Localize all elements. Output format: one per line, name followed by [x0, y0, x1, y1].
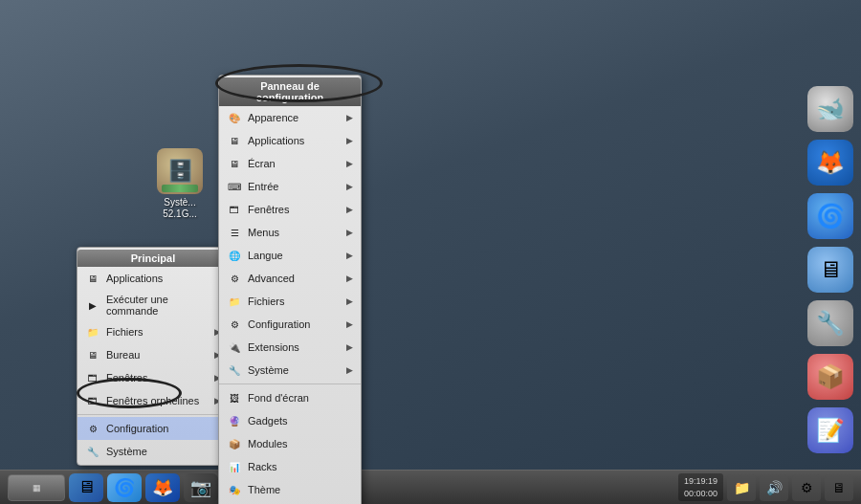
panneau-item-fichiers[interactable]: 📁 Fichiers ▶	[219, 290, 361, 313]
fenetres-orphelines-icon: 🗔	[85, 393, 100, 408]
ecran-label: Écran	[248, 158, 276, 169]
menu-item-fenetres-orphelines-label: Fenêtres orphelines	[106, 395, 199, 406]
menu-item-systeme[interactable]: 🔧 Système	[77, 440, 229, 463]
menu-separator-1	[77, 414, 229, 415]
langue-arrow: ▶	[346, 251, 353, 260]
menu-item-fenetres-orphelines[interactable]: 🗔 Fenêtres orphelines ▶	[77, 389, 229, 412]
panneau-item-applications[interactable]: 🖥 Applications ▶	[219, 129, 361, 152]
firefox-icon[interactable]: 🦊	[807, 140, 853, 186]
modules-label: Modules	[248, 438, 288, 449]
desktop-icon-label: Systè... 52.1G...	[163, 197, 197, 220]
menu-item-fichiers-label: Fichiers	[106, 326, 144, 338]
entree-arrow: ▶	[346, 182, 353, 191]
panneau-item-theme[interactable]: 🎭 Thème	[219, 478, 361, 501]
panneau-item-modules[interactable]: 📦 Modules	[219, 432, 361, 455]
taskbar-app-3[interactable]: 🦊	[145, 473, 180, 502]
package-icon[interactable]: 📦	[807, 354, 853, 400]
menu-panneau-header: Panneau de configuration	[219, 77, 361, 106]
entree-label: Entrée	[248, 181, 278, 192]
taskbar-extra-3[interactable]: ⚙	[792, 474, 821, 501]
ecran-arrow: ▶	[346, 159, 353, 168]
theme-icon: 🎭	[227, 482, 242, 497]
panneau-fichiers-arrow: ▶	[346, 296, 353, 306]
taskbar-app-1[interactable]: 🖥	[69, 473, 103, 502]
systeme-icon: 🔧	[85, 444, 100, 459]
langue-label: Langue	[248, 250, 283, 261]
configuration-icon: ⚙	[85, 421, 100, 436]
panneau-item-fenetres[interactable]: 🗔 Fenêtres ▶	[219, 198, 361, 221]
right-sidebar: 🐋 🦊 🌀 🖥 🔧 📦 📝	[807, 86, 853, 453]
panneau-item-langue[interactable]: 🌐 Langue ▶	[219, 244, 361, 267]
tool-icon[interactable]: 🔧	[807, 300, 853, 346]
menu-panneau: Panneau de configuration 🎨 Apparence ▶ 🖥…	[218, 75, 362, 504]
panneau-applications-arrow: ▶	[346, 136, 353, 145]
applications-icon: 🖥	[85, 271, 100, 286]
taskbar-app-2[interactable]: 🌀	[107, 473, 142, 502]
panneau-systeme-icon: 🔧	[227, 362, 242, 378]
taskbar-extra-4[interactable]: 🖥	[825, 474, 853, 501]
fenetres-icon: 🗔	[85, 370, 100, 385]
fond-ecran-icon: 🖼	[227, 390, 242, 405]
menu-principal: Principal 🖥 Applications ▶ Exécuter une …	[77, 247, 230, 466]
racks-label: Racks	[248, 461, 277, 472]
theme-label: Thème	[248, 484, 280, 495]
advanced-icon: ⚙	[227, 271, 242, 286]
writer-icon[interactable]: 📝	[807, 407, 853, 453]
panneau-systeme-arrow: ▶	[346, 365, 353, 375]
panneau-separator	[219, 383, 361, 384]
menus-arrow: ▶	[346, 228, 353, 237]
langue-icon: 🌐	[227, 248, 242, 263]
taskbar-extras: 📁 🔊 ⚙ 🖥	[727, 474, 853, 501]
extensions-icon: 🔌	[227, 340, 242, 355]
panneau-item-entree[interactable]: ⌨ Entrée ▶	[219, 175, 361, 198]
menu-item-fichiers[interactable]: 📁 Fichiers ▶	[77, 320, 229, 343]
advanced-arrow: ▶	[346, 274, 353, 283]
panneau-item-menus[interactable]: ☰ Menus ▶	[219, 221, 361, 244]
panneau-item-ecran[interactable]: 🖥 Écran ▶	[219, 152, 361, 175]
menus-label: Menus	[248, 227, 279, 238]
taskbar-extra-2[interactable]: 🔊	[760, 474, 788, 501]
panneau-applications-icon: 🖥	[227, 133, 242, 148]
taskbar-app-4[interactable]: 📷	[184, 473, 218, 502]
menu-item-configuration[interactable]: ⚙ Configuration	[77, 417, 229, 440]
panneau-configuration-label: Configuration	[248, 318, 310, 330]
panneau-item-apparence[interactable]: 🎨 Apparence ▶	[219, 106, 361, 129]
menu-item-applications-label: Applications	[106, 273, 163, 284]
menu-item-executer-label: Exécuter une commande	[106, 294, 221, 317]
desktop-icon-system[interactable]: 🗄️ Systè... 52.1G...	[142, 148, 218, 220]
apparence-label: Apparence	[248, 112, 298, 123]
panneau-item-fond-ecran[interactable]: 🖼 Fond d'écran	[219, 386, 361, 409]
desktop-icon-image: 🗄️	[157, 148, 203, 194]
taskbar-extra-1[interactable]: 📁	[727, 474, 756, 501]
panneau-fichiers-icon: 📁	[227, 294, 242, 309]
apparence-icon: 🎨	[227, 110, 242, 125]
gadgets-label: Gadgets	[248, 415, 288, 427]
modules-icon: 📦	[227, 436, 242, 451]
menu-item-bureau[interactable]: 🖥 Bureau ▶	[77, 343, 229, 366]
menu-item-systeme-label: Système	[106, 446, 147, 457]
menu-item-executer[interactable]: ▶ Exécuter une commande	[77, 290, 229, 320]
panneau-applications-label: Applications	[248, 135, 304, 146]
panneau-item-systeme[interactable]: 🔧 Système ▶	[219, 359, 361, 382]
panneau-configuration-arrow: ▶	[346, 319, 353, 329]
panneau-item-configuration[interactable]: ⚙ Configuration ▶	[219, 313, 361, 336]
panneau-fenetres-icon: 🗔	[227, 202, 242, 217]
panneau-item-gadgets[interactable]: 🔮 Gadgets	[219, 409, 361, 432]
screen-icon[interactable]: 🖥	[807, 247, 853, 293]
panneau-item-racks[interactable]: 📊 Racks	[219, 455, 361, 478]
clock-line1: 19:19:19	[684, 475, 718, 488]
panneau-item-advanced[interactable]: ⚙ Advanced ▶	[219, 267, 361, 290]
menu-item-fenetres-label: Fenêtres	[106, 372, 147, 383]
panneau-systeme-label: Système	[248, 364, 289, 376]
orca-icon[interactable]: 🐋	[807, 86, 853, 132]
panneau-fenetres-label: Fenêtres	[248, 204, 289, 215]
gadgets-icon: 🔮	[227, 413, 242, 428]
panneau-configuration-icon: ⚙	[227, 317, 242, 332]
taskbar-start-button[interactable]: ▦	[8, 474, 65, 501]
blue-swirl-icon[interactable]: 🌀	[807, 193, 853, 239]
executer-icon: ▶	[85, 297, 100, 313]
menu-item-applications[interactable]: 🖥 Applications	[77, 267, 229, 290]
menu-item-fenetres[interactable]: 🗔 Fenêtres ▶	[77, 366, 229, 389]
panneau-item-extensions[interactable]: 🔌 Extensions ▶	[219, 336, 361, 359]
extensions-label: Extensions	[248, 341, 299, 353]
